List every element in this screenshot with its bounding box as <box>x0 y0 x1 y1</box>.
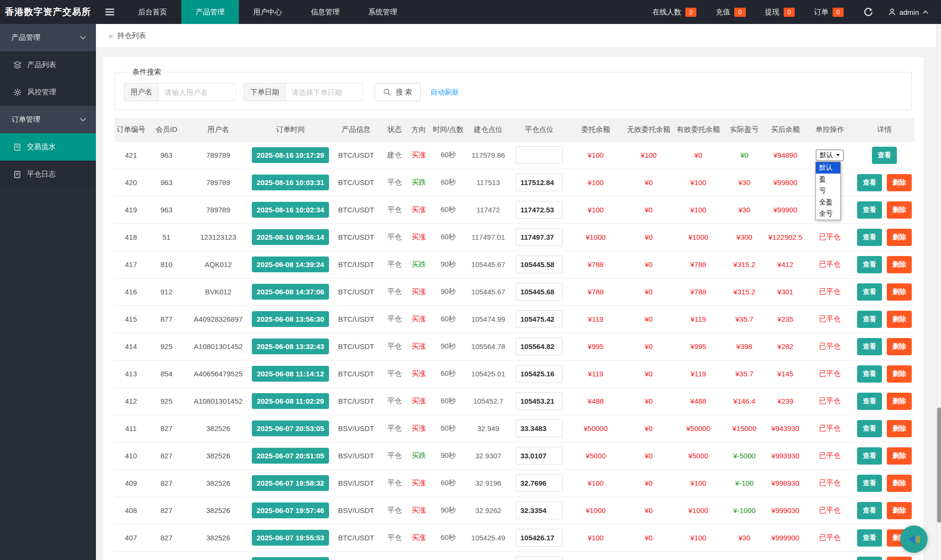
sidebar-item-平仓日志[interactable]: 平仓日志 <box>0 161 96 188</box>
nav-item-2[interactable]: 用户中心 <box>239 0 296 24</box>
delete-button[interactable]: 删除 <box>887 475 912 492</box>
close-point-input[interactable] <box>516 228 563 246</box>
delete-button[interactable]: 删除 <box>887 502 912 519</box>
order-time-button[interactable]: 2025-08-16 10:02:34 <box>252 202 329 218</box>
nav-stat-1[interactable]: 充值0 <box>706 8 755 17</box>
sidebar-item-风控管理[interactable]: 风控管理 <box>0 79 96 106</box>
view-button[interactable]: 查看 <box>872 147 897 164</box>
order-time-button[interactable]: 2025-06-07 20:53:05 <box>252 420 329 436</box>
view-button[interactable]: 查看 <box>857 502 882 519</box>
order-time-button[interactable]: 2025-06-08 14:39:24 <box>252 257 329 272</box>
sidebar-item-产品列表[interactable]: 产品列表 <box>0 51 96 79</box>
nav-item-3[interactable]: 信息管理 <box>296 0 354 24</box>
delete-button[interactable]: 删除 <box>887 256 912 273</box>
control-select[interactable]: 默认默认盈亏全盈全亏 <box>816 150 844 161</box>
close-point-input[interactable] <box>516 529 563 547</box>
close-point-input[interactable] <box>516 447 563 465</box>
order-time-button[interactable]: 2025-06-07 20:51:05 <box>252 448 329 464</box>
username-input[interactable] <box>159 83 235 101</box>
sidebar-group-1[interactable]: 订单管理 <box>0 106 96 133</box>
delete-button[interactable]: 删除 <box>887 229 912 246</box>
delete-button[interactable]: 删除 <box>887 365 912 383</box>
scrollbar-track[interactable] <box>936 24 941 560</box>
sidebar-group-0[interactable]: 产品管理 <box>0 24 96 51</box>
view-button[interactable]: 查看 <box>857 229 882 246</box>
close-point-input[interactable] <box>516 174 563 191</box>
close-point-input[interactable] <box>516 310 563 328</box>
select-option-全盈[interactable]: 全盈 <box>816 197 840 208</box>
hamburger-menu-icon[interactable] <box>96 0 124 24</box>
order-time-button[interactable]: 2025-06-07 19:57:46 <box>252 502 329 518</box>
delete-button[interactable]: 删除 <box>887 393 912 410</box>
top-navbar: 香港数字资产交易所 后台首页产品管理用户中心信息管理系统管理 在线人数2充值0提… <box>0 0 941 24</box>
scrollbar-thumb[interactable] <box>937 408 941 523</box>
view-button[interactable]: 查看 <box>857 557 882 560</box>
view-button[interactable]: 查看 <box>857 447 882 465</box>
close-point-input[interactable] <box>516 365 563 383</box>
sidebar-item-交易流水[interactable]: 交易流水 <box>0 133 96 161</box>
nav-stat-0[interactable]: 在线人数2 <box>643 8 706 17</box>
order-time-button[interactable]: 2025-06-07 18:37:07 <box>252 557 329 560</box>
order-time-button[interactable]: 2025-06-08 11:14:12 <box>252 366 329 382</box>
view-button[interactable]: 查看 <box>857 420 882 437</box>
column-header: 建仓点位 <box>466 118 511 141</box>
view-button[interactable]: 查看 <box>857 256 882 273</box>
order-time-button[interactable]: 2025-06-07 19:58:32 <box>252 475 329 491</box>
view-button[interactable]: 查看 <box>857 365 882 383</box>
order-time-button[interactable]: 2025-08-16 10:17:29 <box>252 147 329 163</box>
order-time-button[interactable]: 2025-08-16 10:03:31 <box>252 175 329 190</box>
close-point-input[interactable] <box>516 392 563 410</box>
close-point-input[interactable] <box>516 474 563 492</box>
order-time-button[interactable]: 2025-06-08 14:37:06 <box>252 284 329 300</box>
view-button[interactable]: 查看 <box>857 283 882 301</box>
user-menu[interactable]: admin <box>883 8 941 16</box>
search-button[interactable]: 搜 索 <box>375 83 421 101</box>
select-option-全亏[interactable]: 全亏 <box>816 208 840 220</box>
refresh-icon[interactable] <box>853 8 883 17</box>
delete-button[interactable]: 删除 <box>887 174 912 191</box>
select-option-默认[interactable]: 默认 <box>816 162 840 174</box>
view-button[interactable]: 查看 <box>857 338 882 355</box>
view-button[interactable]: 查看 <box>857 393 882 410</box>
cell-actions: 查看删除 <box>854 469 915 497</box>
sound-toggle-button[interactable] <box>900 525 928 553</box>
close-point-input[interactable] <box>516 146 563 164</box>
delete-button[interactable]: 删除 <box>887 311 912 328</box>
close-point-input[interactable] <box>516 256 563 273</box>
close-point-input[interactable] <box>516 283 563 301</box>
select-option-盈[interactable]: 盈 <box>816 174 840 185</box>
nav-item-4[interactable]: 系统管理 <box>354 0 412 24</box>
order-time-button[interactable]: 2025-06-08 13:32:43 <box>252 338 329 354</box>
view-button[interactable]: 查看 <box>857 529 882 547</box>
close-point-input[interactable] <box>516 556 563 560</box>
close-point-input[interactable] <box>516 420 563 437</box>
delete-button[interactable]: 删除 <box>887 338 912 355</box>
view-button[interactable]: 查看 <box>857 311 882 328</box>
order-date-input[interactable] <box>286 83 363 101</box>
order-time-button[interactable]: 2025-06-08 13:56:30 <box>252 311 329 327</box>
cell-close-point <box>511 333 567 360</box>
delete-button[interactable]: 删除 <box>887 557 912 560</box>
nav-stat-3[interactable]: 订单0 <box>804 8 853 17</box>
auto-refresh-link[interactable]: 自动刷新 <box>430 88 459 97</box>
order-time-button[interactable]: 2025-08-16 09:56:14 <box>252 229 329 245</box>
close-point-input[interactable] <box>516 201 563 219</box>
view-button[interactable]: 查看 <box>857 201 882 219</box>
delete-button[interactable]: 删除 <box>887 447 912 465</box>
delete-button[interactable]: 删除 <box>887 420 912 437</box>
cell-actions: 查看删除 <box>854 333 915 360</box>
control-status-text: 已平仓 <box>819 424 841 432</box>
order-time-button[interactable]: 2025-06-07 19:55:53 <box>252 530 329 546</box>
delete-button[interactable]: 删除 <box>887 283 912 301</box>
order-time-button[interactable]: 2025-06-08 11:02:29 <box>252 393 329 409</box>
view-button[interactable]: 查看 <box>857 475 882 492</box>
close-point-input[interactable] <box>516 502 563 519</box>
nav-item-0[interactable]: 后台首页 <box>124 0 181 24</box>
nav-stat-2[interactable]: 提现0 <box>755 8 804 17</box>
view-button[interactable]: 查看 <box>857 174 882 191</box>
delete-button[interactable]: 删除 <box>887 201 912 219</box>
close-point-input[interactable] <box>516 338 563 355</box>
select-option-亏[interactable]: 亏 <box>816 185 840 197</box>
nav-item-1[interactable]: 产品管理 <box>181 0 239 24</box>
cell-open-point: 117472 <box>466 196 511 223</box>
